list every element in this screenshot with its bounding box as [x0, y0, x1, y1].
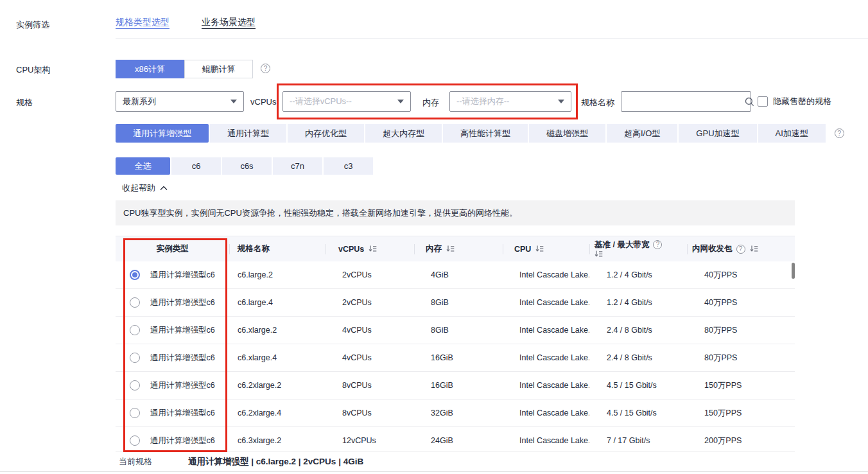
table-row[interactable]: 通用计算增强型c6 c6.large.2 2vCPUs 4GiB Intel C…: [116, 261, 795, 289]
table-row[interactable]: 通用计算增强型c6 c6.xlarge.2 4vCPUs 8GiB Intel …: [116, 317, 795, 344]
cpu-arch-label: CPU架构: [16, 64, 50, 76]
help-text: CPU独享型实例，实例间无CPU资源争抢，性能强劲稳定，搭载全新网络加速引擎，提…: [123, 207, 517, 219]
col-header-cpu: CPU: [503, 236, 589, 261]
row-radio[interactable]: [130, 380, 140, 391]
family-tabs: 全选 c6 c6s c7n c3: [116, 157, 373, 175]
category-tab-gpu-accelerated[interactable]: GPU加速型: [679, 124, 756, 143]
collapse-help-toggle[interactable]: 收起帮助: [122, 182, 168, 194]
family-tab-c6[interactable]: c6: [171, 157, 221, 175]
hide-soldout-label: 隐藏售罄的规格: [773, 96, 831, 107]
col-header-vcpus: vCPUs: [326, 236, 414, 261]
collapse-help-label: 收起帮助: [122, 182, 155, 194]
spec-selection-page: 实例筛选 CPU架构 规格 规格类型选型 业务场景选型 x86计算 鲲鹏计算 ?…: [0, 0, 868, 474]
spec-label: 规格: [16, 97, 33, 109]
category-tabs: 通用计算增强型 通用计算型 内存优化型 超大内存型 高性能计算型 磁盘增强型 超…: [116, 124, 844, 143]
row-radio[interactable]: [130, 270, 140, 280]
spec-table: 实例类型 规格名称 vCPUs 内存 CPU: [116, 236, 795, 452]
family-tab-c7n[interactable]: c7n: [273, 157, 322, 175]
filter-mode-tabs: 规格类型选型 业务场景选型: [116, 17, 256, 28]
cpu-arch-help-icon[interactable]: ?: [261, 64, 270, 73]
family-tab-c3[interactable]: c3: [324, 157, 373, 175]
sort-icon[interactable]: [369, 245, 377, 253]
help-text-bar: CPU独享型实例，实例间无CPU资源争抢，性能强劲稳定，搭载全新网络加速引擎，提…: [116, 200, 795, 225]
category-tab-general-computing[interactable]: 通用计算型: [210, 124, 286, 143]
chevron-down-icon: [397, 100, 404, 103]
table-row[interactable]: 通用计算增强型c6 c6.2xlarge.4 8vCPUs 32GiB Inte…: [116, 399, 795, 427]
category-tab-large-memory[interactable]: 超大内存型: [365, 124, 442, 143]
vcpus-label: vCPUs: [250, 97, 276, 107]
sort-icon[interactable]: [535, 245, 544, 253]
col-header-bandwidth: 基准 / 最大带宽 ?: [589, 236, 687, 261]
col-header-spec-name: 规格名称: [229, 236, 326, 261]
row-radio[interactable]: [130, 297, 140, 308]
current-spec-value: 通用计算增强型 | c6.large.2 | 2vCPUs | 4GiB: [188, 456, 363, 468]
memory-select-placeholder: --请选择内存--: [456, 96, 554, 107]
chevron-down-icon: [558, 100, 564, 103]
row-radio[interactable]: [130, 353, 140, 363]
category-tab-memory-optimized[interactable]: 内存优化型: [288, 124, 364, 143]
instance-filter-label: 实例筛选: [16, 19, 49, 31]
category-tab-ultra-high-io[interactable]: 超高I/O型: [607, 124, 677, 143]
sort-icon[interactable]: [446, 245, 455, 253]
spec-name-label: 规格名称: [581, 97, 614, 109]
row-radio[interactable]: [130, 435, 140, 446]
category-tab-disk-intensive[interactable]: 磁盘增强型: [529, 124, 605, 143]
chevron-down-icon: [230, 100, 237, 103]
table-scrollbar-thumb[interactable]: [792, 263, 795, 279]
cpu-arch-kunpeng-button[interactable]: 鲲鹏计算: [184, 60, 253, 78]
row-radio[interactable]: [130, 408, 140, 418]
category-help-icon[interactable]: ?: [835, 128, 844, 138]
series-select[interactable]: 最新系列: [116, 91, 244, 112]
table-row[interactable]: 通用计算增强型c6 c6.2xlarge.2 8vCPUs 16GiB Inte…: [116, 372, 795, 399]
current-spec-label: 当前规格: [119, 456, 188, 468]
vcpus-select-placeholder: --请选择vCPUs--: [290, 96, 394, 107]
pps-help-icon[interactable]: ?: [736, 245, 745, 254]
col-header-instance-type: 实例类型: [116, 236, 229, 261]
category-tab-ai-accelerated[interactable]: AI加速型: [758, 124, 826, 143]
category-tab-high-performance[interactable]: 高性能计算型: [443, 124, 528, 143]
memory-label: 内存: [422, 97, 439, 109]
row-radio[interactable]: [130, 325, 140, 335]
hide-soldout-checkbox[interactable]: [758, 96, 768, 107]
current-spec-row: 当前规格 通用计算增强型 | c6.large.2 | 2vCPUs | 4Gi…: [119, 456, 363, 468]
spec-name-search: [621, 91, 751, 112]
memory-select[interactable]: --请选择内存--: [449, 91, 571, 112]
category-tab-general-computing-plus[interactable]: 通用计算增强型: [116, 124, 209, 143]
tab-business-scenario-selection[interactable]: 业务场景选型: [202, 17, 256, 28]
cpu-arch-x86-button[interactable]: x86计算: [116, 60, 184, 78]
table-row[interactable]: 通用计算增强型c6 c6.large.4 2vCPUs 8GiB Intel C…: [116, 289, 795, 317]
cpu-arch-group: x86计算 鲲鹏计算: [116, 60, 253, 78]
tab-spec-type-selection[interactable]: 规格类型选型: [116, 17, 169, 28]
bottom-divider: [0, 471, 868, 472]
chevron-up-icon: [160, 186, 168, 191]
table-row[interactable]: 通用计算增强型c6 c6.xlarge.4 4vCPUs 16GiB Intel…: [116, 344, 795, 372]
series-select-value: 最新系列: [123, 96, 227, 107]
hide-soldout-wrap: 隐藏售罄的规格: [758, 96, 831, 107]
spec-table-header: 实例类型 规格名称 vCPUs 内存 CPU: [116, 236, 795, 261]
col-header-memory: 内存: [414, 236, 503, 261]
sort-icon[interactable]: [595, 250, 662, 258]
family-tab-c6s[interactable]: c6s: [222, 157, 272, 175]
tabs-divider: [116, 39, 868, 39]
table-row[interactable]: 通用计算增强型c6 c6.3xlarge.2 12vCPUs 24GiB Int…: [116, 427, 795, 452]
bandwidth-help-icon[interactable]: ?: [653, 240, 662, 249]
vcpus-select[interactable]: --请选择vCPUs--: [282, 91, 411, 112]
family-tab-all[interactable]: 全选: [116, 157, 170, 175]
spec-name-search-input[interactable]: [621, 92, 745, 111]
sort-icon[interactable]: [750, 245, 758, 253]
col-header-pps: 内网收发包 ?: [687, 236, 795, 261]
